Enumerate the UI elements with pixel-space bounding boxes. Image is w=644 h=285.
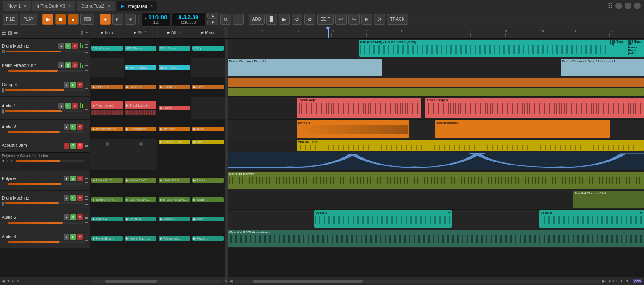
clip-group3-3[interactable]: ▶ Scene 3 [158, 77, 191, 96]
clip-acoustic-4[interactable]: ▶ Vita 0... [191, 139, 225, 170]
play-label-button[interactable]: PLAY [20, 14, 37, 25]
track-solo-polymer[interactable]: S [70, 176, 76, 181]
clip-audio2-4[interactable]: ▶ fallor... [191, 120, 225, 139]
tab-close-integrated[interactable]: ✕ [150, 4, 153, 8]
track-collapse-audio1[interactable]: ☰ [85, 109, 88, 113]
add-button[interactable]: ADD [249, 14, 265, 25]
clip-group3-4[interactable]: ▶ Scen... [191, 77, 225, 96]
arr-clip-berlin1[interactable]: Berlin Firework Beat 01 [228, 59, 382, 76]
track-menu-berlin[interactable]: ☰ [84, 63, 88, 68]
clip-acoustic-3[interactable]: ▶ Vita 03 Lead [158, 139, 191, 170]
scroll-left-icon[interactable]: ◀ [2, 279, 5, 283]
arr-clip-vita[interactable]: Vita 04 Lead [297, 140, 644, 151]
zoom-in-icon[interactable]: ▲ [620, 279, 624, 283]
pitch-up-btn[interactable]: ▲ [207, 13, 218, 19]
clip-audio1-1[interactable]: ▶ TrashLoop1 [90, 97, 124, 119]
arr-track-audio6[interactable]: Wavoloid1955 Acccolours [228, 229, 644, 248]
track-collapse-polymer[interactable]: ☰ [85, 182, 88, 186]
track-mute-audio6[interactable]: ● [64, 234, 69, 240]
arr-track-polymer[interactable]: Mella 03 Chords [228, 171, 644, 190]
track-collapse-berlin[interactable]: ☰ [85, 69, 88, 73]
track-collapse-audio6[interactable]: ☰ [85, 240, 88, 244]
clip-berlin-4[interactable] [191, 58, 225, 77]
track-collapse-audio5[interactable]: ☰ [85, 221, 88, 225]
arr-track-acoustic[interactable]: Vita 04 Lead [228, 139, 644, 171]
track-solo-drum1[interactable]: S [65, 43, 71, 49]
track-arm-acoustic[interactable]: M [77, 143, 83, 149]
undo2-icon[interactable]: ↩ [12, 279, 15, 283]
clip-group3-1[interactable]: ▶ Scene 1 [90, 77, 124, 96]
capture-button[interactable]: ⊞ [125, 14, 136, 25]
track-arm-drum2[interactable]: M [77, 195, 83, 201]
hscroll-bar-session[interactable] [92, 280, 223, 283]
track-menu-acoustic[interactable]: ☰ [84, 143, 88, 148]
track-arm-group3[interactable]: M [77, 82, 83, 88]
clip-audio6-2[interactable]: ▶ NeverEngin... [124, 229, 158, 248]
copy-btn[interactable]: ⊞ [361, 14, 372, 25]
add-track-button[interactable]: + [100, 14, 111, 25]
track-collapse-group3[interactable]: ☰ [85, 88, 88, 92]
arr-clip-group-olive[interactable] [228, 88, 644, 96]
clip-drum2-3[interactable]: ▶▶ Soulful Cho... [158, 190, 191, 209]
arr-track-group3[interactable] [228, 77, 644, 97]
clip-drum2-2[interactable]: ▶ Soulful Cho... [124, 190, 158, 209]
track-mute-audio2[interactable]: ● [64, 124, 69, 130]
window-maximize-btn[interactable]: □ [625, 3, 631, 9]
track-collapse-drum2[interactable]: ☰ [85, 201, 88, 205]
track-mute-drum2[interactable]: ● [64, 195, 69, 201]
device-add-btn[interactable]: + [6, 159, 8, 163]
track-mute-audio1[interactable]: ● [58, 103, 64, 109]
track-mute-drum1[interactable]: ● [58, 43, 64, 49]
track-menu-audio1[interactable]: ☰ [84, 103, 88, 109]
clip-audio6-1[interactable]: ▶ NeverEngin... [90, 229, 124, 248]
track-menu-group3[interactable]: ☰ [84, 82, 88, 88]
arr-track-audio2[interactable]: dwindle deceleratefall [228, 120, 644, 139]
track-mute-acoustic[interactable]: ● [64, 143, 69, 149]
pitch-down-btn[interactable]: ▼ [207, 20, 218, 25]
clip-drum1-2[interactable]: 808 (Bass-... [124, 39, 158, 58]
tab-close-inthedarv3[interactable]: ✕ [68, 4, 71, 8]
position-display[interactable]: 8.3.2.39 [178, 14, 198, 20]
track-solo-audio1[interactable]: S [65, 103, 71, 109]
clip-audio1-2[interactable]: ▶ TrashLoop2b [124, 97, 158, 119]
arr-clip-decelerate[interactable]: deceleratefall [435, 120, 610, 138]
clip-audio1-3[interactable]: ▶ Trash... [158, 97, 191, 119]
arr-clip-group-orange[interactable] [228, 78, 644, 87]
clip-drum1-4[interactable]: 808 (... [191, 39, 225, 58]
track-solo-group3[interactable]: S [70, 82, 76, 88]
track-mute-group3[interactable]: ● [64, 82, 69, 88]
track-collapse-drum1[interactable]: ☰ [85, 49, 88, 53]
chart-btn[interactable]: ▊ [266, 14, 277, 25]
clip-audio2-3[interactable]: ▶ dwindle [158, 120, 191, 139]
arr-track-berlin[interactable]: Berlin Firework Beat 01 Berlin Firework … [228, 58, 644, 77]
arr-clip-dwindle[interactable]: dwindle [297, 120, 409, 138]
clip-polymer-2[interactable]: ▶ Mella 02 C... [124, 171, 158, 190]
track-menu-audio5[interactable]: ☰ [84, 215, 88, 220]
grid-icon[interactable]: ⊞ [8, 30, 12, 36]
loop-button[interactable]: ⊡ [112, 14, 123, 25]
track-solo-audio6[interactable]: S [70, 234, 76, 240]
clip-audio2-2[interactable]: ▶ dorianredu... [124, 120, 158, 139]
clip-audio5-4[interactable]: ▶ Voca... [191, 210, 225, 229]
arr-track-audio5[interactable]: Vocal A≫ Vocal D≫ [228, 210, 644, 229]
undo-btn[interactable]: ↩ [335, 14, 347, 25]
view-list-icon[interactable]: ☰ [2, 30, 6, 36]
clip-drum1-3[interactable]: 808 (Bass-... [158, 39, 191, 58]
clip-audio5-1[interactable]: ▶ Vocal A [90, 210, 124, 229]
track-solo-acoustic[interactable]: S [70, 143, 76, 149]
scroll-down-icon[interactable]: ▼ [6, 279, 11, 283]
record-button[interactable]: ● [68, 14, 79, 25]
scroll-left-arr-icon[interactable]: ◀ [229, 279, 233, 283]
tab-new1[interactable]: New 1 ✕ [3, 1, 31, 11]
clip-berlin-3[interactable]: Berlin Fire... [158, 58, 191, 77]
window-close-btn[interactable]: ✕ [634, 3, 641, 9]
scene-tab-main[interactable]: ▶ Main [191, 27, 225, 38]
clip-berlin-2[interactable]: ▶ Berlin Fire... [124, 58, 158, 77]
clip-polymer-4[interactable]: ▶ Mella... [191, 171, 225, 190]
track-menu-drum1[interactable]: ☰ [84, 43, 88, 49]
clip-berlin-1[interactable] [90, 58, 124, 77]
track-menu-audio2[interactable]: ☰ [84, 124, 88, 130]
arr-clip-vocald[interactable]: Vocal D≫ [539, 210, 644, 228]
clip-audio6-4[interactable]: ▶ Wave... [191, 229, 225, 248]
track-menu-drum2[interactable]: ☰ [84, 195, 88, 201]
